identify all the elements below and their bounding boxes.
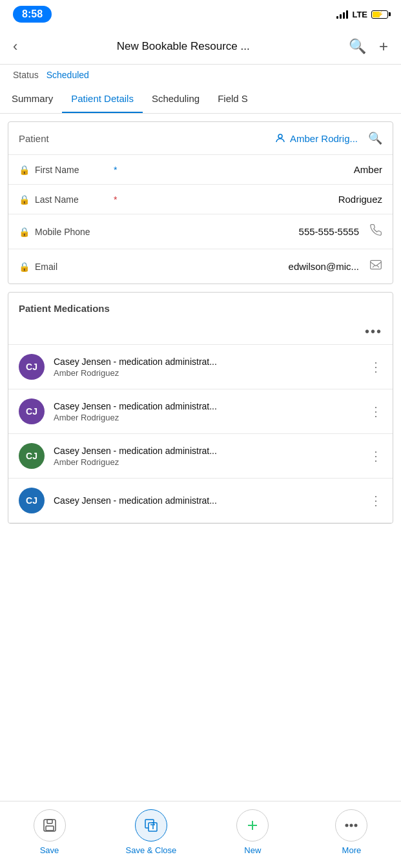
- patient-search-icon[interactable]: 🔍: [368, 131, 382, 145]
- new-icon-circle: [236, 809, 269, 842]
- med-title-4: Casey Jensen - medication administrat...: [54, 495, 360, 506]
- first-name-label: First Name: [35, 165, 106, 175]
- med-title-1: Casey Jensen - medication administrat...: [54, 356, 360, 367]
- lte-label: LTE: [352, 10, 367, 19]
- med-item-2: CJ Casey Jensen - medication administrat…: [8, 389, 393, 434]
- lock-icon-phone: 🔒: [19, 227, 30, 237]
- med-item-1: CJ Casey Jensen - medication administrat…: [8, 345, 393, 389]
- med-title-2: Casey Jensen - medication administrat...: [54, 401, 360, 411]
- svg-rect-4: [46, 826, 54, 831]
- last-name-label: Last Name: [35, 194, 106, 205]
- first-name-value[interactable]: Amber: [122, 164, 382, 175]
- svg-point-0: [278, 134, 282, 138]
- medications-title: Patient Medications: [8, 293, 393, 319]
- phone-call-icon[interactable]: [369, 223, 382, 240]
- medications-more-btn[interactable]: •••: [365, 324, 382, 339]
- new-nav-item[interactable]: New: [230, 809, 275, 855]
- search-icon[interactable]: 🔍: [346, 36, 369, 57]
- lock-icon-lastname: 🔒: [19, 194, 30, 205]
- med-subtitle-3: Amber Rodriguez: [54, 457, 360, 467]
- med-text-2: Casey Jensen - medication administrat...…: [54, 401, 360, 422]
- med-text-4: Casey Jensen - medication administrat...: [54, 495, 360, 506]
- new-icon: [245, 818, 260, 833]
- med-title-3: Casey Jensen - medication administrat...: [54, 446, 360, 456]
- tabs-container: Summary Patient Details Scheduling Field…: [0, 85, 401, 114]
- avatar-2: CJ: [19, 398, 45, 424]
- more-nav-item[interactable]: More: [329, 809, 374, 855]
- save-close-icon-circle: [135, 809, 167, 842]
- save-close-label: Save & Close: [126, 845, 177, 855]
- medications-card: Patient Medications ••• CJ Casey Jensen …: [8, 292, 393, 524]
- status-time: 8:58: [13, 6, 52, 23]
- email-label: Email: [35, 262, 106, 272]
- save-close-nav-item[interactable]: Save & Close: [126, 809, 177, 855]
- person-icon: [274, 132, 286, 144]
- header: ‹ New Bookable Resource ... 🔍 +: [0, 28, 401, 65]
- more-icon: [344, 818, 359, 833]
- medications-dots-row: •••: [8, 319, 393, 345]
- mobile-phone-value[interactable]: 555-555-5555: [111, 226, 359, 237]
- patient-label: Patient: [19, 133, 269, 144]
- email-row: 🔒 Email edwilson@mic...: [8, 249, 393, 284]
- tab-summary[interactable]: Summary: [3, 85, 62, 113]
- last-name-value[interactable]: Rodriguez: [122, 194, 382, 205]
- first-name-required: *: [114, 165, 117, 175]
- med-menu-1[interactable]: ⋮: [369, 359, 382, 375]
- patient-header: Patient Amber Rodrig... 🔍: [8, 122, 393, 154]
- lock-icon-email: 🔒: [19, 262, 30, 272]
- tab-scheduling[interactable]: Scheduling: [143, 85, 209, 113]
- svg-point-10: [351, 825, 353, 827]
- lock-icon-firstname: 🔒: [19, 165, 30, 175]
- status-bar: 8:58 LTE ⚡: [0, 0, 401, 28]
- last-name-row: 🔒 Last Name * Rodriguez: [8, 184, 393, 214]
- more-label: More: [342, 845, 362, 855]
- bottom-nav: Save Save & Close New: [0, 801, 401, 868]
- avatar-4: CJ: [19, 488, 45, 513]
- med-menu-3[interactable]: ⋮: [369, 448, 382, 464]
- status-row: Status Scheduled: [0, 65, 401, 85]
- save-close-icon: [143, 818, 159, 833]
- patient-name: Amber Rodrig...: [290, 133, 358, 144]
- status-label: Status: [13, 70, 39, 80]
- add-icon[interactable]: +: [376, 35, 391, 58]
- first-name-row: 🔒 First Name * Amber: [8, 154, 393, 184]
- signal-bars-icon: [336, 10, 348, 19]
- save-nav-item[interactable]: Save: [27, 809, 72, 855]
- med-menu-2[interactable]: ⋮: [369, 404, 382, 419]
- avatar-3: CJ: [19, 443, 45, 469]
- tab-field-s[interactable]: Field S: [209, 85, 257, 113]
- svg-point-9: [346, 825, 348, 827]
- svg-rect-1: [371, 260, 382, 269]
- med-text-1: Casey Jensen - medication administrat...…: [54, 356, 360, 378]
- patient-link[interactable]: Amber Rodrig...: [274, 132, 358, 144]
- tab-patient-details[interactable]: Patient Details: [62, 85, 143, 113]
- save-icon: [42, 818, 57, 833]
- battery-icon: ⚡: [371, 10, 388, 19]
- status-value[interactable]: Scheduled: [46, 70, 89, 80]
- svg-rect-3: [47, 820, 52, 823]
- med-subtitle-1: Amber Rodriguez: [54, 368, 360, 378]
- last-name-required: *: [114, 194, 117, 205]
- mobile-phone-row: 🔒 Mobile Phone 555-555-5555: [8, 214, 393, 249]
- new-label: New: [244, 845, 261, 855]
- med-subtitle-2: Amber Rodriguez: [54, 413, 360, 422]
- svg-point-11: [355, 825, 357, 827]
- more-icon-circle: [335, 809, 367, 842]
- email-value[interactable]: edwilson@mic...: [111, 261, 359, 272]
- med-item-4: CJ Casey Jensen - medication administrat…: [8, 479, 393, 523]
- patient-info-card: Patient Amber Rodrig... 🔍 🔒 First Name *…: [8, 121, 393, 284]
- save-icon-circle: [34, 809, 66, 842]
- med-text-3: Casey Jensen - medication administrat...…: [54, 446, 360, 467]
- email-send-icon[interactable]: [369, 258, 382, 274]
- med-menu-4[interactable]: ⋮: [369, 493, 382, 508]
- main-content: Patient Amber Rodrig... 🔍 🔒 First Name *…: [0, 114, 401, 617]
- back-button[interactable]: ‹: [10, 36, 20, 57]
- save-label: Save: [40, 845, 59, 855]
- page-title: New Bookable Resource ...: [28, 40, 338, 53]
- status-icons: LTE ⚡: [336, 10, 388, 19]
- avatar-1: CJ: [19, 354, 45, 380]
- med-item-3: CJ Casey Jensen - medication administrat…: [8, 434, 393, 479]
- mobile-phone-label: Mobile Phone: [35, 227, 106, 237]
